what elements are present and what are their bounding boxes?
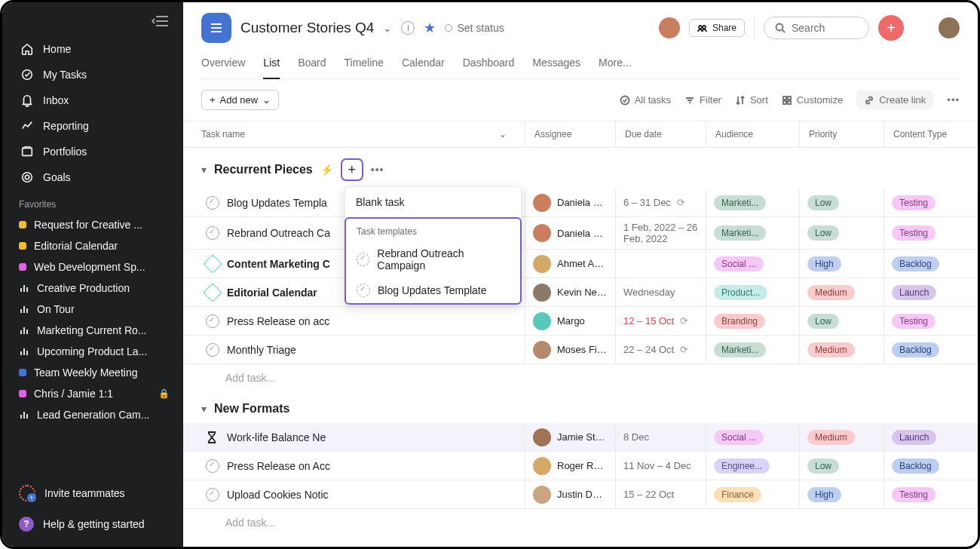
all-tasks-button[interactable]: All tasks xyxy=(620,94,671,106)
favorite-item[interactable]: Request for Creative ... xyxy=(2,214,183,235)
section-more-icon[interactable]: ••• xyxy=(371,164,384,176)
share-button[interactable]: Share xyxy=(689,19,745,37)
priority-pill[interactable]: Low xyxy=(807,459,839,474)
audience-pill[interactable]: Marketi... xyxy=(714,225,766,241)
section-caret-icon[interactable]: ▾ xyxy=(201,164,207,176)
audience-pill[interactable]: Finance xyxy=(714,487,761,502)
tab-more[interactable]: More... xyxy=(599,51,632,78)
title-chevron-icon[interactable]: ⌄ xyxy=(383,22,392,34)
sort-button[interactable]: Sort xyxy=(735,94,768,106)
priority-pill[interactable]: Low xyxy=(807,195,839,210)
favorite-item[interactable]: Editorial Calendar xyxy=(2,235,183,256)
content-type-pill[interactable]: Launch xyxy=(892,430,936,445)
task-row[interactable]: Rebrand Outreach CaDaniela Var...1 Feb, … xyxy=(183,217,978,250)
favorite-item[interactable]: On Tour xyxy=(2,299,183,320)
complete-check-icon[interactable] xyxy=(206,196,219,210)
info-icon[interactable]: i xyxy=(401,21,415,35)
column-priority[interactable]: Priority xyxy=(800,121,884,147)
favorite-item[interactable]: Web Development Sp... xyxy=(2,256,183,278)
task-row[interactable]: Editorial CalendarKevin New...WednesdayP… xyxy=(183,278,978,307)
content-type-pill[interactable]: Launch xyxy=(892,285,936,300)
section-caret-icon[interactable]: ▾ xyxy=(201,403,207,415)
priority-pill[interactable]: Medium xyxy=(807,430,855,445)
nav-reporting[interactable]: Reporting xyxy=(8,113,177,139)
content-type-pill[interactable]: Testing xyxy=(892,314,936,329)
content-type-pill[interactable]: Backlog xyxy=(892,342,939,357)
add-task-input[interactable]: Add task... xyxy=(183,364,978,391)
add-new-button[interactable]: + Add new ⌄ xyxy=(201,90,279,110)
content-type-pill[interactable]: Testing xyxy=(892,195,936,210)
priority-pill[interactable]: High xyxy=(807,256,841,271)
complete-check-icon[interactable] xyxy=(206,459,219,473)
column-due-date[interactable]: Due date xyxy=(616,121,706,147)
complete-check-icon[interactable] xyxy=(206,488,219,501)
favorite-item[interactable]: Chris / Jamie 1:1🔒 xyxy=(2,383,183,404)
help-button[interactable]: ? Help & getting started xyxy=(2,509,183,539)
task-row[interactable]: Monthly TriageMoses Fidel22 – 24 Oct ⟳Ma… xyxy=(183,336,978,364)
rules-icon[interactable]: ⚡ xyxy=(320,164,333,176)
favorite-item[interactable]: Upcoming Product La... xyxy=(2,341,183,362)
priority-pill[interactable]: Low xyxy=(807,225,839,241)
audience-pill[interactable]: Product... xyxy=(714,285,767,300)
priority-pill[interactable]: Medium xyxy=(807,285,855,300)
blank-task-option[interactable]: Blank task xyxy=(345,187,521,217)
content-type-pill[interactable]: Testing xyxy=(892,487,936,502)
nav-inbox[interactable]: Inbox xyxy=(8,87,177,113)
content-type-pill[interactable]: Backlog xyxy=(892,459,939,474)
add-task-input[interactable]: Add task... xyxy=(183,509,978,536)
template-option[interactable]: Blog Updates Template xyxy=(346,278,520,303)
template-option[interactable]: Rebrand Outreach Campaign xyxy=(346,241,520,278)
column-content-type[interactable]: Content Type xyxy=(884,121,978,147)
favorite-item[interactable]: Team Weekly Meeting xyxy=(2,362,183,383)
milestone-check-icon[interactable] xyxy=(203,254,222,273)
tab-overview[interactable]: Overview xyxy=(201,51,245,78)
create-link-button[interactable]: Create link xyxy=(856,90,933,109)
set-status-button[interactable]: Set status xyxy=(445,22,504,34)
invite-teammates[interactable]: + Invite teammates xyxy=(2,477,183,509)
column-task-name[interactable]: Task name⌄ xyxy=(183,121,525,147)
tab-board[interactable]: Board xyxy=(298,51,326,78)
more-menu[interactable]: ••• xyxy=(947,94,960,106)
nav-my-tasks[interactable]: My Tasks xyxy=(8,62,177,87)
global-add-button[interactable]: + xyxy=(878,15,904,41)
column-audience[interactable]: Audience xyxy=(706,121,800,147)
favorite-item[interactable]: Lead Generation Cam... xyxy=(2,404,183,425)
nav-goals[interactable]: Goals xyxy=(8,164,177,190)
star-icon[interactable]: ★ xyxy=(424,20,436,36)
task-row[interactable]: Press Release on AccRoger Ray...11 Nov –… xyxy=(183,452,978,480)
content-type-pill[interactable]: Testing xyxy=(892,225,936,241)
customize-button[interactable]: Customize xyxy=(782,94,843,106)
audience-pill[interactable]: Marketi... xyxy=(714,342,766,357)
task-row[interactable]: Press Release on accMargo12 – 15 Oct ⟳Br… xyxy=(183,307,978,336)
tab-calendar[interactable]: Calendar xyxy=(402,51,445,78)
add-task-plus-button[interactable]: + xyxy=(341,158,363,181)
audience-pill[interactable]: Social ... xyxy=(714,256,764,271)
complete-check-icon[interactable] xyxy=(206,226,219,240)
task-row[interactable]: Upload Cookies NoticJustin Dean15 – 22 O… xyxy=(183,480,978,509)
audience-pill[interactable]: Enginee... xyxy=(714,459,770,474)
tab-messages[interactable]: Messages xyxy=(532,51,580,78)
search-input[interactable]: Search xyxy=(764,17,869,39)
complete-check-icon[interactable] xyxy=(206,314,219,328)
filter-button[interactable]: Filter xyxy=(684,94,721,106)
nav-home[interactable]: Home xyxy=(8,36,177,62)
nav-portfolios[interactable]: Portfolios xyxy=(8,139,177,164)
column-assignee[interactable]: Assignee xyxy=(525,121,616,147)
sidebar-collapse-icon[interactable] xyxy=(2,8,183,36)
audience-pill[interactable]: Social ... xyxy=(714,430,764,445)
complete-check-icon[interactable] xyxy=(206,343,219,357)
upgrade-icon[interactable] xyxy=(913,18,929,38)
task-row[interactable]: Content Marketing CAhmet AslanSocial ...… xyxy=(183,250,978,278)
favorite-item[interactable]: Marketing Current Ro... xyxy=(2,320,183,341)
priority-pill[interactable]: Low xyxy=(807,314,839,329)
task-row[interactable]: Blog Updates TemplaDaniela Var...6 – 31 … xyxy=(183,189,978,217)
user-avatar[interactable] xyxy=(939,17,960,38)
priority-pill[interactable]: Medium xyxy=(807,342,855,357)
milestone-check-icon[interactable] xyxy=(203,283,222,302)
content-type-pill[interactable]: Backlog xyxy=(892,256,939,271)
task-row[interactable]: Work-life Balance NeJamie Stap...8 DecSo… xyxy=(183,423,978,452)
audience-pill[interactable]: Marketi... xyxy=(714,195,766,210)
tab-dashboard[interactable]: Dashboard xyxy=(463,51,515,78)
member-avatar[interactable] xyxy=(659,17,680,38)
priority-pill[interactable]: High xyxy=(807,487,841,502)
